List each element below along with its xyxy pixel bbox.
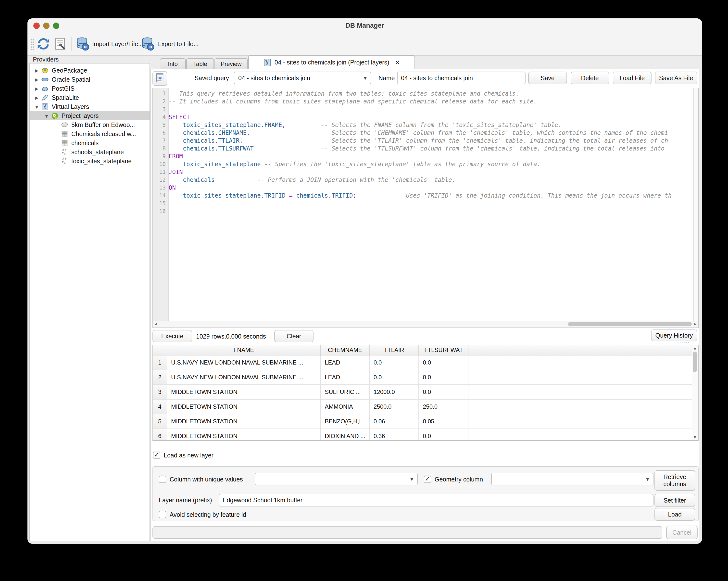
saved-query-select[interactable]: 04 - sites to chemicals join ▼ bbox=[234, 72, 371, 84]
table-cell[interactable]: U.S.NAVY NEW LONDON NAVAL SUBMARINE ... bbox=[167, 355, 321, 370]
tree-item-schools-stateplane[interactable]: schools_stateplane bbox=[30, 148, 150, 157]
scroll-right-icon[interactable]: ▶ bbox=[693, 322, 698, 327]
chevron-collapsed-icon[interactable]: ▶ bbox=[32, 95, 41, 100]
table-row[interactable]: 4MIDDLETOWN STATIONAMMONIA2500.0250.0 bbox=[153, 400, 698, 414]
checkbox-unchecked-icon[interactable] bbox=[159, 476, 166, 483]
scrollbar-thumb[interactable] bbox=[693, 352, 697, 372]
row-number[interactable]: 6 bbox=[153, 429, 167, 441]
refresh-button[interactable] bbox=[36, 36, 51, 52]
tree-item-chemicals[interactable]: chemicals bbox=[30, 138, 150, 148]
editor-line[interactable]: 8 chemicals.TTLSURFWAT -- Selects the 'T… bbox=[153, 145, 694, 152]
editor-line[interactable]: 5 toxic_sites_stateplane.FNAME, -- Selec… bbox=[153, 121, 694, 129]
tab-query-active[interactable]: 04 - sites to chemicals join (Project la… bbox=[248, 55, 415, 69]
tab-info[interactable]: Info bbox=[160, 58, 186, 69]
chevron-collapsed-icon[interactable]: ▶ bbox=[32, 77, 41, 82]
table-cell[interactable]: 0.0 bbox=[419, 429, 468, 441]
editor-line[interactable]: 4SELECT bbox=[153, 113, 694, 121]
table-cell[interactable]: AMMONIA bbox=[321, 400, 370, 414]
table-cell[interactable]: MIDDLETOWN STATION bbox=[167, 400, 321, 414]
column-header-chemname[interactable]: CHEMNAME bbox=[321, 345, 370, 355]
load-button[interactable]: Load bbox=[654, 508, 695, 521]
table-cell[interactable]: MIDDLETOWN STATION bbox=[167, 414, 321, 429]
table-cell[interactable]: 0.05 bbox=[419, 414, 468, 429]
results-table[interactable]: FNAMECHEMNAMETTLAIRTTLSURFWAT 1U.S.NAVY … bbox=[153, 345, 699, 441]
table-cell[interactable]: LEAD bbox=[321, 370, 370, 384]
table-cell[interactable]: 2500.0 bbox=[370, 400, 419, 414]
table-cell[interactable]: 0.0 bbox=[419, 355, 468, 370]
table-cell[interactable]: 0.0 bbox=[419, 385, 468, 399]
retrieve-columns-button[interactable]: Retrieve columns bbox=[654, 470, 695, 491]
chevron-expanded-icon[interactable]: ▼ bbox=[42, 113, 51, 119]
tree-item-chemicals-released-w[interactable]: Chemicals released w... bbox=[30, 129, 150, 138]
tree-item-oracle-spatial[interactable]: ▶Oracle Spatial bbox=[30, 75, 150, 84]
set-filter-button[interactable]: Set filter bbox=[654, 494, 695, 507]
editor-line[interactable]: 13ON bbox=[153, 184, 694, 192]
export-file-button[interactable]: Export to File... bbox=[141, 36, 199, 52]
execute-button[interactable]: Execute bbox=[153, 330, 192, 342]
table-cell[interactable]: 250.0 bbox=[419, 400, 468, 414]
toolbar-drag-handle[interactable] bbox=[31, 39, 34, 50]
table-row[interactable]: 6MIDDLETOWN STATIONDIOXIN AND ...0.360.0 bbox=[153, 429, 698, 441]
table-cell[interactable]: 0.36 bbox=[370, 429, 419, 441]
scroll-down-icon[interactable]: ▼ bbox=[692, 434, 698, 440]
chevron-expanded-icon[interactable]: ▼ bbox=[32, 104, 41, 109]
tree-item-virtual-layers[interactable]: ▼Virtual Layers bbox=[30, 102, 150, 111]
scrollbar-thumb[interactable] bbox=[568, 322, 692, 326]
row-number[interactable]: 4 bbox=[153, 400, 167, 414]
tree-item-postgis[interactable]: ▶PostGIS bbox=[30, 84, 150, 93]
table-cell[interactable]: U.S.NAVY NEW LONDON NAVAL SUBMARINE ... bbox=[167, 370, 321, 384]
geometry-column-select[interactable]: ▼ bbox=[491, 473, 653, 485]
column-unique-values-checkbox[interactable]: Column with unique values bbox=[159, 476, 243, 483]
table-cell[interactable]: MIDDLETOWN STATION bbox=[167, 385, 321, 399]
editor-horizontal-scrollbar[interactable]: ◀ ▶ bbox=[153, 321, 698, 328]
query-name-input[interactable] bbox=[397, 72, 525, 84]
table-cell[interactable]: 0.06 bbox=[370, 414, 419, 429]
table-cell[interactable]: BENZO(G,H,I... bbox=[321, 414, 370, 429]
column-header-ttlsurfwat[interactable]: TTLSURFWAT bbox=[419, 345, 468, 355]
editor-line[interactable]: 10 toxic_sites_stateplane -- Specifies t… bbox=[153, 160, 694, 168]
row-number[interactable]: 3 bbox=[153, 385, 167, 399]
title-bar[interactable]: DB Manager bbox=[27, 18, 702, 33]
sql-editor[interactable]: 1-- This query retrieves detailed inform… bbox=[153, 88, 699, 328]
editor-line[interactable]: 16 bbox=[153, 207, 694, 215]
editor-line[interactable]: 12 chemicals -- Performs a JOIN operatio… bbox=[153, 176, 694, 184]
load-as-new-layer-checkbox[interactable]: ✓ Load as new layer bbox=[153, 452, 213, 459]
editor-line[interactable]: 6 chemicals.CHEMNAME, -- Selects the 'CH… bbox=[153, 129, 694, 137]
import-layer-button[interactable]: Import Layer/File... bbox=[76, 36, 143, 52]
tree-item-5km-buffer-on-edwoo[interactable]: 5km Buffer on Edwoo... bbox=[30, 120, 150, 129]
results-vertical-scrollbar[interactable]: ▲ ▼ bbox=[692, 345, 698, 440]
checkbox-unchecked-icon[interactable] bbox=[159, 511, 166, 518]
table-cell[interactable]: 0.0 bbox=[370, 370, 419, 384]
checkbox-checked-icon[interactable]: ✓ bbox=[153, 452, 160, 459]
sql-window-button[interactable] bbox=[53, 36, 67, 52]
chevron-collapsed-icon[interactable]: ▶ bbox=[32, 68, 41, 73]
editor-line[interactable]: 2-- It includes all columns from toxic_s… bbox=[153, 98, 694, 105]
geometry-column-checkbox[interactable]: ✓ Geometry column bbox=[424, 476, 483, 483]
editor-line[interactable]: 9FROM bbox=[153, 152, 694, 160]
tab-table[interactable]: Table bbox=[186, 58, 214, 69]
tree-item-geopackage[interactable]: ▶GeoPackage bbox=[30, 66, 150, 75]
table-row[interactable]: 2U.S.NAVY NEW LONDON NAVAL SUBMARINE ...… bbox=[153, 370, 698, 385]
editor-line[interactable]: 11JOIN bbox=[153, 168, 694, 176]
delete-button[interactable]: Delete bbox=[571, 72, 609, 84]
tree-item-toxic-sites-stateplane[interactable]: toxic_sites_stateplane bbox=[30, 157, 150, 166]
cancel-button[interactable]: Cancel bbox=[666, 526, 698, 539]
editor-vertical-scrollbar[interactable] bbox=[693, 88, 698, 321]
row-number[interactable]: 2 bbox=[153, 370, 167, 384]
query-history-button[interactable]: Query History bbox=[651, 329, 697, 341]
save-as-file-button[interactable]: Save As File bbox=[655, 72, 697, 84]
table-cell[interactable]: LEAD bbox=[321, 355, 370, 370]
editor-line[interactable]: 14 toxic_sites_stateplane.TRIFID = chemi… bbox=[153, 192, 694, 200]
table-cell[interactable]: MIDDLETOWN STATION bbox=[167, 429, 321, 441]
table-cell[interactable]: 0.0 bbox=[419, 370, 468, 384]
editor-line[interactable]: 15 bbox=[153, 200, 694, 207]
close-tab-icon[interactable]: ✕ bbox=[395, 59, 400, 66]
column-header-fname[interactable]: FNAME bbox=[167, 345, 321, 355]
table-cell[interactable]: SULFURIC ... bbox=[321, 385, 370, 399]
unique-column-select[interactable]: ▼ bbox=[255, 473, 418, 485]
table-row[interactable]: 5MIDDLETOWN STATIONBENZO(G,H,I...0.060.0… bbox=[153, 414, 698, 429]
table-cell[interactable]: 12000.0 bbox=[370, 385, 419, 399]
table-cell[interactable]: 0.0 bbox=[370, 355, 419, 370]
row-number[interactable]: 5 bbox=[153, 414, 167, 429]
tab-preview[interactable]: Preview bbox=[214, 58, 248, 69]
